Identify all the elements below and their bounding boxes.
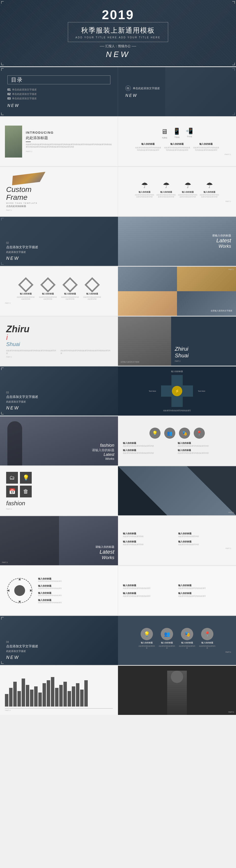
slide12-left: 输入你的标题 此处填写内容此处填写内容此处填写 输入你的标题 此处填写内容此处填… (0, 566, 118, 615)
slide13-right: 💡 输入你的标题 此处填写内容此处填写内容 👥 输入你的标题 此处填写内容此处填… (118, 616, 236, 665)
new-label-5: NEW (6, 256, 112, 261)
bar (34, 686, 38, 707)
tablet-icon: 📱 (173, 128, 181, 135)
photo-cell-4 (177, 291, 236, 316)
part-label-11r: PART.3 (123, 548, 231, 549)
text-grid-12r: 输入你的标题 此处填写内容此处填写内容此处填写 输入你的标题 此处填写内容此处填… (123, 584, 231, 597)
svg-point-1 (14, 585, 25, 596)
frame-corner-tl (1, 1, 4, 4)
photo-text-7: 这里输入该页的文字描述 (120, 361, 169, 363)
part-label-14l: PART.4 (5, 710, 113, 711)
bar (22, 679, 25, 707)
zhiru-text: Zhiru (6, 324, 112, 334)
umbrella-desc-3: 此处填写内容此处填写内容此处填写内容此处填写内容 (178, 194, 198, 198)
slide14-left: PART.4 (0, 666, 118, 715)
part-num-8: 03 (6, 391, 112, 394)
gear-diagram: ⚡ 输入你的标题 此处填写内容此处填写内容此处填写 Text Here Text… (161, 375, 193, 407)
reporter-label: 汇报人：熊猫办公 (105, 44, 131, 48)
slide7-left: Zhiru i Shuai 此处填写内容此处填写内容此处填写内容此处填写内容此处… (0, 316, 118, 366)
part-label-3r: PART.1 (123, 153, 231, 156)
reporter-text: ── 汇报人：熊猫办公 ── (68, 44, 168, 49)
umbrella-desc-2: 此处填写内容此处填写内容此处填写内容此处填写内容 (156, 194, 176, 198)
slide11-right: 输入你的标题 此处填写内容此处填写内容 输入你的标题 此处填写内容此处填写内容 … (118, 516, 236, 565)
c-item-1: 输入你的标题 此处填写内容此处填写内容此处填写 (38, 577, 62, 583)
d-desc-3: 此处填写内容此处填写内容此处填写内容 (61, 297, 79, 300)
feature-items: 输入你的标题 此处填写内容此处填写内容此处填写内容此处填写内容此处填写 输入你的… (123, 143, 231, 151)
new-label-13: NEW (6, 655, 112, 660)
r-item-2: 输入你的标题 此处填写内容此处填写内容此处填写 (178, 584, 231, 589)
lw-prompt-11: 请输入你的标题 (95, 545, 114, 549)
brush-stroke (11, 172, 46, 185)
text-item-9-2: 输入你的标题 此处填写内容此处填写内容此处填写内容 (178, 442, 231, 447)
slide6-right: 这里输入该页的文字描述 PART.2 (118, 267, 236, 316)
new-label-right: NEW (125, 93, 229, 98)
bar (18, 691, 21, 707)
slide13-left: 04 点击添加文字文字描述 此处添加文字描述 NEW (0, 616, 118, 665)
desc-col-2: 此处填写内容此处填写内容此处填写内容此处填写内容此处填写内容 (60, 349, 112, 354)
feature-1-title: 输入你的标题 (141, 143, 155, 146)
part-label-7l: PART.2 (6, 356, 112, 358)
slide-1: 2019 秋季服装上新通用模板 ADD YOUR TITLE HERE.ADD … (0, 0, 236, 66)
introducing-rule (26, 142, 31, 142)
bar (84, 680, 88, 707)
toc-title: 目录 (7, 75, 110, 84)
corner-bl (1, 113, 4, 115)
title-chinese: 秋季服装上新通用模板 (76, 26, 160, 35)
umbrella-icons: ☂ 输入你的标题 此处填写内容此处填写内容此处填写内容此处填写内容 ☂ 输入你的… (123, 181, 231, 198)
slide10-left: 🗂 💡 📅 🗑 fashion PART.3 (0, 466, 118, 515)
diamond-4: 输入你的标题 此处填写内容此处填写内容此处填写内容 (83, 278, 101, 300)
slide-2: 目录 01 单击此处添加文字描述 02 单击此处添加文字描述 03 单击此处添加… (0, 67, 236, 116)
slide9-left: fashion 请输入你的标题 Latest Works (0, 416, 118, 465)
slide-11: 请输入你的标题 Latest Works PART.3 输入你的标题 此处填写内… (0, 516, 236, 565)
circle-icons-13: 💡 输入你的标题 此处填写内容此处填写内容 👥 输入你的标题 此处填写内容此处填… (123, 628, 231, 649)
umbrella-icon-2: ☂ (163, 181, 170, 190)
monitor-label: 电脑端 (162, 137, 167, 139)
toc-right-label: 单击此处添加文字描述 (133, 87, 160, 90)
bar (47, 680, 50, 707)
frame-corner-br (232, 63, 235, 65)
corner-tl (1, 68, 4, 71)
part-label-6l: PART.2 (5, 302, 113, 304)
part-label-13: 点击添加文字文字描述 (6, 644, 112, 649)
introducing-subtitle: 此处添加标题 (26, 136, 113, 140)
ci-bg-1: 💡 (141, 628, 153, 640)
part-subtitle-8: 此处添加文字描述 (6, 400, 112, 404)
toc-items: 01 单击此处添加文字描述 02 单击此处添加文字描述 03 单击此处添加文字描… (7, 87, 110, 101)
umbrella-label-4: 输入你的标题 (204, 191, 215, 193)
corner-8tl (1, 368, 4, 370)
introducing-left: INTRODUCING 此处添加标题 此处填写内容此处填写内容此处填写内容此处填… (0, 117, 118, 166)
angle-mid-10 (187, 466, 236, 515)
circle-icon-9-4: 📍 (194, 428, 205, 439)
part-label-13r: PART.4 (123, 651, 231, 653)
d-desc-4: 此处填写内容此处填写内容此处填写内容 (83, 297, 101, 300)
feature-3-title: 输入你的标题 (199, 143, 213, 146)
bar (55, 688, 59, 707)
bar (76, 683, 80, 707)
circle-icon-9-3: 🎭 (179, 428, 190, 439)
lw-overlay-11: 请输入你的标题 Latest Works (95, 545, 114, 560)
text-list-11: 输入你的标题 此处填写内容此处填写内容 输入你的标题 此处填写内容此处填写内容 … (123, 532, 231, 545)
fashion-label-10: fashion (6, 500, 112, 507)
item-11-2: 输入你的标题 此处填写内容此处填写内容 (178, 532, 231, 537)
toc-item-2: 02 单击此处添加文字描述 (7, 92, 110, 96)
part-label-4r: PART.1 (123, 200, 231, 202)
part-label-11l: PART.3 (2, 562, 8, 563)
circle-icon-9-1: 💡 (149, 428, 160, 439)
latest-9: Latest (92, 453, 114, 457)
part-label-7r: PART.2 (175, 360, 232, 362)
dash-left: ── (100, 44, 105, 48)
shuai-text: Shuai (6, 341, 112, 347)
circle-icon-9-2: 👥 (164, 428, 175, 439)
bar (26, 685, 29, 707)
slide7-photo: 这里输入该页的文字描述 (118, 316, 171, 366)
introducing-desc: 此处填写内容此处填写内容此处填写内容此处填写内容此处填写内容此处填写内容此处填写… (26, 143, 113, 149)
slide-13: 04 点击添加文字文字描述 此处添加文字描述 NEW 💡 输入你的标题 此处填写… (0, 616, 236, 665)
slide-7: Zhiru i Shuai 此处填写内容此处填写内容此处填写内容此处填写内容此处… (0, 316, 236, 366)
slide-4: Custom Frame MORE THAN TEMPLATE 点击此处添加副标… (0, 167, 236, 216)
slide5-left: 02 点击添加文字文字描述 此处添加文字描述 NEW (0, 217, 118, 266)
new-label-8: NEW (6, 405, 112, 411)
bar (42, 683, 46, 707)
lw-prompt-5: 请输入你的标题 (212, 234, 231, 238)
umbrella-2: ☂ 输入你的标题 此处填写内容此处填写内容此处填写内容此处填写内容 (156, 181, 176, 198)
slide-12: 输入你的标题 此处填写内容此处填写内容此处填写 输入你的标题 此处填写内容此处填… (0, 566, 236, 615)
